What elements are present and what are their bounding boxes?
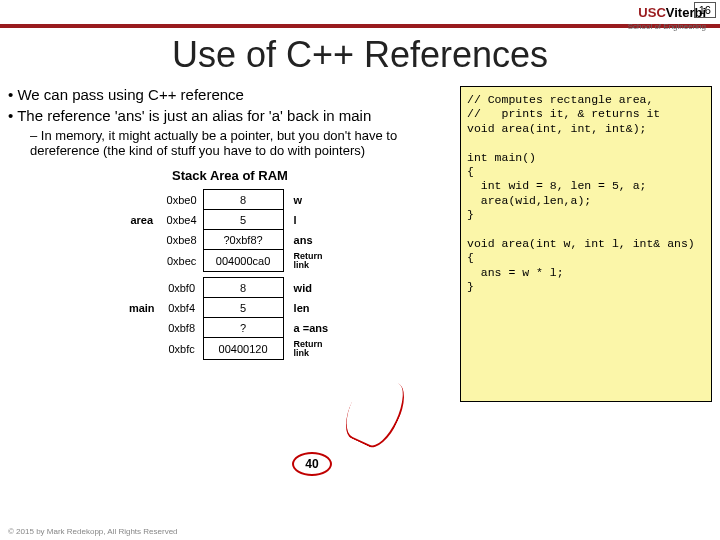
bullet-1: We can pass using C++ reference (8, 86, 452, 103)
usc-logo: USCViterbi School of Engineering (628, 6, 706, 32)
stack-title: Stack Area of RAM (8, 168, 452, 183)
result-overlay: 40 (292, 452, 332, 476)
frame-main: main (123, 298, 161, 318)
val: 8 (203, 190, 283, 210)
copyright: © 2015 by Mark Redekopp, All Rights Rese… (8, 527, 178, 536)
var-name: w (283, 190, 337, 210)
logo-usc: USC (638, 5, 665, 20)
stack-table: 0xbe08w area0xbe45l 0xbe8?0xbf8?ans 0xbe… (123, 189, 337, 360)
main-content: We can pass using C++ reference The refe… (8, 86, 452, 402)
logo-viterbi: Viterbi (666, 5, 706, 20)
logo-subtitle: School of Engineering (628, 22, 706, 31)
slide-title: Use of C++ References (0, 34, 720, 76)
addr: 0xbe0 (161, 190, 203, 210)
frame-area: area (123, 210, 161, 230)
bullet-2: The reference 'ans' is just an alias for… (8, 107, 452, 124)
sub-bullet: In memory, it might actually be a pointe… (30, 128, 452, 158)
code-box: // Computes rectangle area, // prints it… (460, 86, 712, 402)
